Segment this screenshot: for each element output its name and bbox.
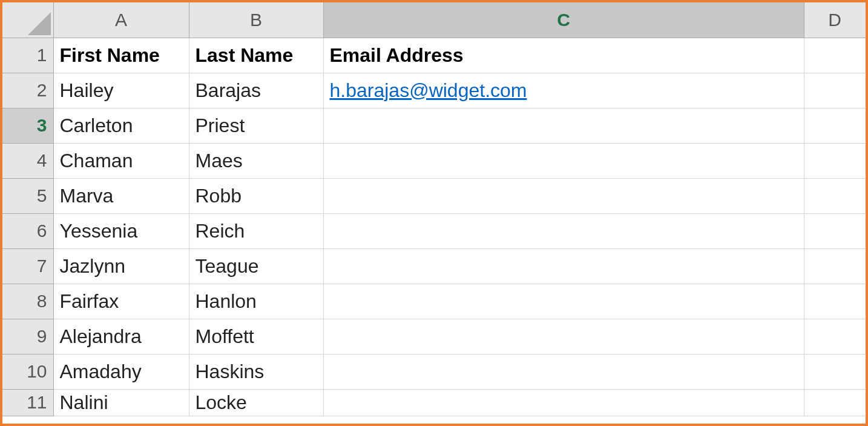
cell-D4[interactable]	[804, 143, 866, 178]
cell-A9[interactable]: Alejandra	[53, 319, 189, 354]
cell-C1[interactable]: Email Address	[323, 38, 804, 73]
cell-A5[interactable]: Marva	[53, 178, 189, 213]
select-all-corner[interactable]	[2, 2, 53, 38]
col-header-A[interactable]: A	[53, 2, 189, 38]
cell-B6[interactable]: Reich	[189, 213, 323, 248]
cell-D2[interactable]	[804, 73, 866, 108]
cell-A10[interactable]: Amadahy	[53, 354, 189, 389]
row-header-5[interactable]: 5	[2, 178, 53, 213]
table-row: 8 Fairfax Hanlon	[2, 284, 866, 319]
table-row: 2 Hailey Barajas h.barajas@widget.com	[2, 73, 866, 108]
cell-C10[interactable]	[323, 354, 804, 389]
cell-C6[interactable]	[323, 213, 804, 248]
table-row: 7 Jazlynn Teague	[2, 248, 866, 284]
col-header-D[interactable]: D	[804, 2, 866, 38]
table-row: 3 Carleton Priest	[2, 108, 866, 143]
grid-table: A B C D 1 First Name Last Name Email Add…	[2, 2, 866, 416]
cell-C4[interactable]	[323, 143, 804, 178]
table-row: 5 Marva Robb	[2, 178, 866, 213]
cell-B1[interactable]: Last Name	[189, 38, 323, 73]
cell-B2[interactable]: Barajas	[189, 73, 323, 108]
cell-D1[interactable]	[804, 38, 866, 73]
cell-D10[interactable]	[804, 354, 866, 389]
cell-A8[interactable]: Fairfax	[53, 284, 189, 319]
row-header-1[interactable]: 1	[2, 38, 53, 73]
col-header-B[interactable]: B	[189, 2, 323, 38]
cell-A11[interactable]: Nalini	[53, 389, 189, 416]
table-row: 6 Yessenia Reich	[2, 213, 866, 248]
cell-D5[interactable]	[804, 178, 866, 213]
column-header-row: A B C D	[2, 2, 866, 38]
row-header-3[interactable]: 3	[2, 108, 53, 143]
cell-B3[interactable]: Priest	[189, 108, 323, 143]
table-row: 1 First Name Last Name Email Address	[2, 38, 866, 73]
col-header-C[interactable]: C	[323, 2, 804, 38]
row-header-9[interactable]: 9	[2, 319, 53, 354]
cell-C2[interactable]: h.barajas@widget.com	[323, 73, 804, 108]
cell-D11[interactable]	[804, 389, 866, 416]
cell-C5[interactable]	[323, 178, 804, 213]
cell-D3[interactable]	[804, 108, 866, 143]
row-header-11[interactable]: 11	[2, 389, 53, 416]
cell-D6[interactable]	[804, 213, 866, 248]
cell-B5[interactable]: Robb	[189, 178, 323, 213]
cell-B7[interactable]: Teague	[189, 248, 323, 284]
cell-B4[interactable]: Maes	[189, 143, 323, 178]
cell-A1[interactable]: First Name	[53, 38, 189, 73]
table-row: 11 Nalini Locke	[2, 389, 866, 416]
cell-C11[interactable]	[323, 389, 804, 416]
cell-A2[interactable]: Hailey	[53, 73, 189, 108]
cell-C9[interactable]	[323, 319, 804, 354]
cell-D7[interactable]	[804, 248, 866, 284]
cell-B11[interactable]: Locke	[189, 389, 323, 416]
table-row: 9 Alejandra Moffett	[2, 319, 866, 354]
table-row: 10 Amadahy Haskins	[2, 354, 866, 389]
row-header-7[interactable]: 7	[2, 248, 53, 284]
row-header-4[interactable]: 4	[2, 143, 53, 178]
cell-A4[interactable]: Chaman	[53, 143, 189, 178]
cell-C3[interactable]	[323, 108, 804, 143]
cell-D9[interactable]	[804, 319, 866, 354]
cell-A3[interactable]: Carleton	[53, 108, 189, 143]
cell-C7[interactable]	[323, 248, 804, 284]
row-header-8[interactable]: 8	[2, 284, 53, 319]
row-header-2[interactable]: 2	[2, 73, 53, 108]
cell-B8[interactable]: Hanlon	[189, 284, 323, 319]
row-header-10[interactable]: 10	[2, 354, 53, 389]
table-row: 4 Chaman Maes	[2, 143, 866, 178]
cell-B10[interactable]: Haskins	[189, 354, 323, 389]
cell-D8[interactable]	[804, 284, 866, 319]
select-all-triangle-icon	[28, 12, 51, 35]
svg-marker-0	[28, 12, 51, 35]
cell-A6[interactable]: Yessenia	[53, 213, 189, 248]
cell-C8[interactable]	[323, 284, 804, 319]
cell-B9[interactable]: Moffett	[189, 319, 323, 354]
spreadsheet-grid[interactable]: A B C D 1 First Name Last Name Email Add…	[2, 2, 866, 424]
cell-A7[interactable]: Jazlynn	[53, 248, 189, 284]
row-header-6[interactable]: 6	[2, 213, 53, 248]
